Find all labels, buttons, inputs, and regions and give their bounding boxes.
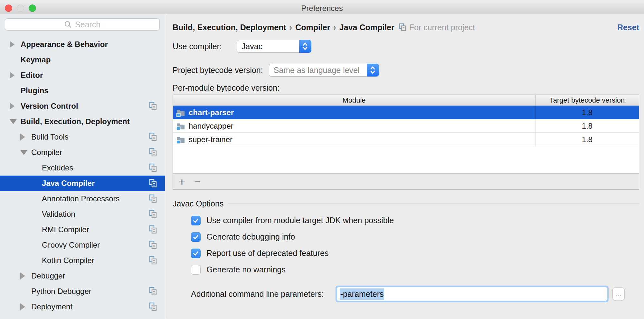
per-project-settings-icon: [149, 241, 157, 250]
module-bytecode-table: Module Target bytecode version chart-par…: [173, 95, 639, 190]
per-module-bytecode-label: Per-module bytecode version:: [173, 83, 639, 93]
sidebar-item-annotation-processors[interactable]: Annotation Processors: [0, 191, 165, 206]
section-divider: [228, 204, 639, 204]
project-bytecode-row: Project bytecode version: Same as langua…: [173, 64, 639, 77]
module-icon: [176, 121, 185, 131]
sidebar-item-rmi-compiler[interactable]: RMI Compiler: [0, 222, 165, 237]
reset-link[interactable]: Reset: [617, 23, 639, 32]
sidebar-item-python-debugger[interactable]: Python Debugger: [0, 284, 165, 299]
sidebar-item-compiler[interactable]: Compiler: [0, 145, 165, 160]
checkbox-checked-icon[interactable]: [191, 249, 201, 258]
checkbox-row-deprecated-features[interactable]: Report use of deprecated features: [191, 245, 639, 261]
per-project-settings-icon: [149, 179, 157, 188]
javac-options-section-header: Javac Options: [173, 199, 639, 208]
checkbox-row-debugging-info[interactable]: Generate debugging info: [191, 229, 639, 245]
checkbox-unchecked-icon[interactable]: [191, 265, 201, 275]
remove-module-button[interactable]: −: [194, 176, 201, 187]
sidebar-item-build-execution-deployment[interactable]: Build, Execution, Deployment: [0, 114, 165, 129]
per-project-settings-icon: [149, 210, 157, 219]
per-project-settings-icon: [149, 225, 157, 234]
breadcrumb-item[interactable]: Compiler: [295, 23, 330, 32]
additional-params-input[interactable]: -parameters: [337, 287, 607, 301]
window-controls: [5, 3, 36, 14]
target-bytecode-cell[interactable]: 1.8: [535, 133, 639, 146]
background-window-sliver: [0, 0, 644, 3]
zoom-window-button[interactable]: [29, 5, 36, 12]
breadcrumb: Build, Execution, Deployment › Compiler …: [173, 23, 639, 32]
sidebar-item-deployment[interactable]: Deployment: [0, 299, 165, 314]
sidebar-item-plugins[interactable]: Plugins: [0, 83, 165, 98]
sidebar-item-debugger[interactable]: Debugger: [0, 268, 165, 284]
target-bytecode-cell[interactable]: 1.8: [535, 106, 639, 119]
chevron-down-icon[interactable]: [10, 119, 17, 124]
javac-options-checkbox-list: Use compiler from module target JDK when…: [191, 212, 639, 278]
sidebar-item-kotlin-compiler[interactable]: Kotlin Compiler: [0, 253, 165, 268]
table-header-row: Module Target bytecode version: [173, 95, 639, 106]
table-row-handycapper[interactable]: handycapper 1.8: [173, 119, 639, 133]
chevron-right-icon[interactable]: [10, 41, 14, 48]
search-placeholder: Search: [75, 20, 100, 29]
sidebar-item-editor[interactable]: Editor: [0, 68, 165, 83]
preferences-window: Preferences Search Appearance & Behavior…: [0, 0, 644, 319]
selected-text: -parameters: [340, 288, 384, 300]
module-icon: [176, 108, 185, 117]
search-input[interactable]: Search: [5, 18, 160, 31]
breadcrumb-item[interactable]: Build, Execution, Deployment: [173, 23, 286, 32]
sidebar-item-appearance-behavior[interactable]: Appearance & Behavior: [0, 37, 165, 52]
title-bar[interactable]: Preferences: [0, 3, 644, 14]
table-empty-area: [173, 146, 639, 173]
per-project-settings-icon: [149, 163, 157, 172]
per-project-settings-icon: [399, 23, 407, 32]
search-icon: [64, 21, 72, 29]
sidebar-item-keymap[interactable]: Keymap: [0, 52, 165, 68]
per-project-settings-icon: [149, 287, 157, 296]
column-header-module: Module: [173, 95, 535, 105]
additional-params-label: Additional command line parameters:: [191, 289, 324, 299]
sidebar-item-validation[interactable]: Validation: [0, 206, 165, 222]
chevron-right-icon[interactable]: [10, 103, 14, 110]
scope-label: For current project: [409, 23, 475, 32]
browse-button[interactable]: ...: [612, 287, 625, 300]
settings-sidebar: Search Appearance & Behavior Keymap Edit…: [0, 14, 165, 319]
module-icon: [176, 135, 185, 144]
checkbox-row-no-warnings[interactable]: Generate no warnings: [191, 261, 639, 278]
chevron-right-icon[interactable]: [10, 72, 14, 79]
chevron-right-icon[interactable]: [20, 303, 25, 310]
section-title: Javac Options: [173, 199, 223, 208]
use-compiler-row: Use compiler: Javac: [173, 40, 639, 53]
sidebar-item-build-tools[interactable]: Build Tools: [0, 129, 165, 145]
target-bytecode-cell[interactable]: 1.8: [535, 119, 639, 132]
close-window-button[interactable]: [5, 5, 12, 12]
select-stepper-icon: [367, 64, 379, 77]
project-bytecode-select[interactable]: Same as language level: [269, 64, 379, 77]
chevron-right-icon[interactable]: [20, 272, 25, 279]
checkbox-checked-icon[interactable]: [191, 232, 201, 242]
checkbox-row-use-module-jdk[interactable]: Use compiler from module target JDK when…: [191, 212, 639, 229]
table-row-chart-parser[interactable]: chart-parser 1.8: [173, 106, 639, 119]
checkbox-checked-icon[interactable]: [191, 216, 201, 225]
settings-content: Build, Execution, Deployment › Compiler …: [165, 14, 644, 319]
project-bytecode-value: Same as language level: [269, 66, 367, 75]
chevron-down-icon[interactable]: [20, 150, 27, 155]
per-project-settings-icon: [149, 132, 157, 141]
per-project-settings-icon: [149, 102, 157, 111]
project-bytecode-label: Project bytecode version:: [173, 66, 263, 75]
sidebar-item-version-control[interactable]: Version Control: [0, 98, 165, 114]
sidebar-item-excludes[interactable]: Excludes: [0, 160, 165, 176]
breadcrumb-item[interactable]: Java Compiler: [339, 23, 394, 32]
per-project-settings-icon: [149, 256, 157, 265]
per-project-settings-icon: [149, 148, 157, 157]
use-compiler-label: Use compiler:: [173, 42, 222, 51]
additional-params-row: Additional command line parameters: -par…: [191, 286, 639, 302]
table-row-super-trainer[interactable]: super-trainer 1.8: [173, 133, 639, 146]
scope-indicator: For current project: [399, 23, 475, 32]
per-project-settings-icon: [149, 302, 157, 311]
minimize-window-button[interactable]: [17, 5, 24, 12]
use-compiler-select[interactable]: Javac: [237, 40, 311, 53]
settings-tree: Appearance & Behavior Keymap Editor Plug…: [0, 37, 165, 314]
sidebar-item-groovy-compiler[interactable]: Groovy Compiler: [0, 237, 165, 253]
sidebar-item-java-compiler[interactable]: Java Compiler: [0, 176, 165, 191]
add-module-button[interactable]: +: [179, 176, 185, 187]
use-compiler-value: Javac: [237, 42, 299, 51]
chevron-right-icon[interactable]: [20, 133, 25, 141]
